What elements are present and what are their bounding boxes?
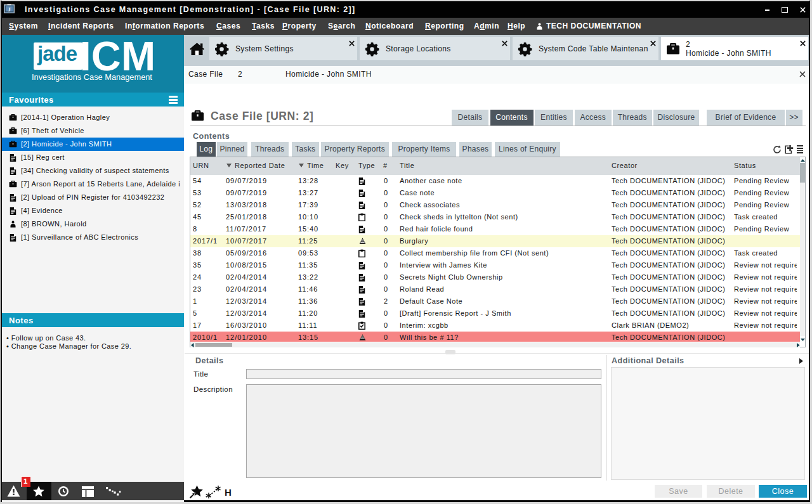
svg-text:J: J: [8, 6, 11, 13]
